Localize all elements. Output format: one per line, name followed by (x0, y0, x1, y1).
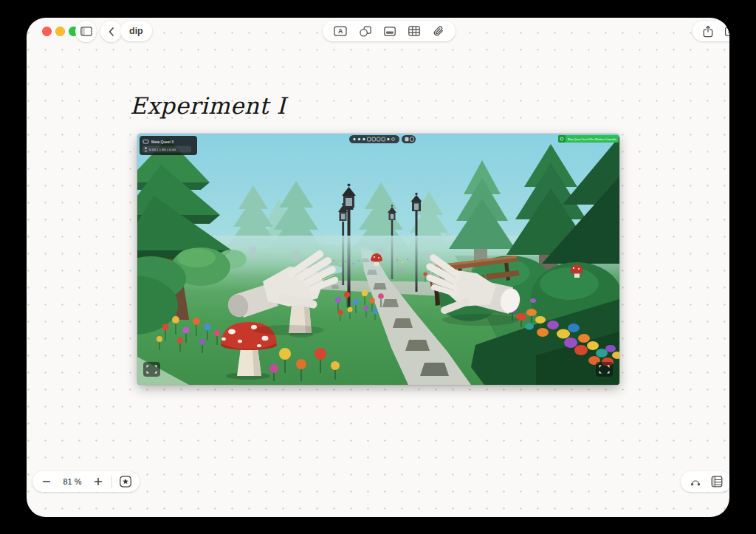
compose-button[interactable] (724, 25, 729, 37)
close-button[interactable] (42, 27, 52, 36)
fullscreen-button-right[interactable] (596, 362, 613, 377)
connector-button[interactable] (690, 476, 701, 487)
text-box-button[interactable]: A (334, 26, 347, 36)
svg-text:A: A (338, 27, 343, 35)
card-button[interactable] (384, 27, 396, 36)
text-box-icon: A (334, 26, 347, 36)
scene-graphic: Meta Quest 3 0.00 | 1.80 | 0.00 (137, 134, 619, 385)
plus-icon (94, 477, 103, 486)
share-icon (702, 25, 714, 38)
chevron-left-icon (108, 27, 115, 37)
desktop-background: dip A (0, 0, 756, 534)
minimize-button[interactable] (55, 27, 65, 36)
divider (111, 476, 112, 487)
connector-icon (690, 476, 701, 487)
card-icon (384, 27, 396, 36)
hud-device-panel[interactable]: Meta Quest 3 0.00 | 1.80 | 0.00 (140, 136, 197, 155)
attachment-button[interactable] (433, 25, 444, 37)
star-frame-icon (120, 476, 131, 487)
window-actions (693, 21, 729, 41)
insert-toolbar: A (323, 21, 456, 41)
zoom-in-button[interactable] (92, 475, 105, 488)
paperclip-icon (433, 25, 444, 37)
zoom-level: 81 % (60, 477, 85, 486)
table-button[interactable] (408, 26, 420, 36)
page-title[interactable]: Experiment I (130, 92, 286, 119)
window: dip A (27, 18, 729, 517)
fullscreen-button-left[interactable] (143, 362, 160, 377)
embedded-scene[interactable]: Meta Quest 3 0.00 | 1.80 | 0.00 (137, 134, 619, 385)
share-button[interactable] (702, 25, 714, 38)
sidebar-icon (80, 27, 92, 36)
zoom-to-fit-button[interactable] (119, 475, 132, 488)
shapes-icon (360, 26, 371, 37)
document-title: dip (129, 26, 143, 36)
minus-icon (42, 477, 51, 486)
back-button[interactable] (100, 21, 122, 42)
hud-pose-readout: 0.00 | 1.80 | 0.00 (149, 148, 176, 151)
zoom-out-button[interactable] (40, 475, 53, 488)
compose-icon (724, 25, 729, 37)
table-view-button[interactable] (711, 476, 723, 487)
shapes-button[interactable] (360, 26, 371, 37)
hud-controller-badge: Meta Quest Touch Plus Wireless Controlle… (558, 135, 619, 143)
document-title-pill: dip (120, 21, 152, 41)
table-icon (408, 26, 420, 36)
sidebar-toggle-button[interactable] (75, 21, 97, 42)
controller-badge-label: Meta Quest Touch Plus Wireless Controlle… (568, 138, 617, 141)
bottom-right-tools (681, 471, 729, 492)
hud-device-label: Meta Quest 3 (151, 140, 173, 144)
hud-toolbar[interactable] (349, 135, 416, 143)
grid-panel-icon (711, 476, 723, 487)
zoom-bar: 81 % (32, 471, 140, 492)
